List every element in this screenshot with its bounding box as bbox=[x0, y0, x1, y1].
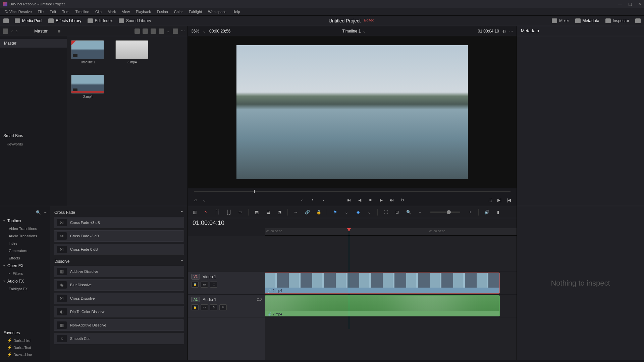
clip-timeline-1[interactable]: Timeline 1 bbox=[71, 40, 105, 64]
toolbox-category[interactable]: Toolbox bbox=[0, 217, 50, 225]
edit-index-toggle[interactable]: Edit Index bbox=[88, 18, 113, 23]
minimize-button[interactable]: — bbox=[618, 2, 622, 6]
titles-cat[interactable]: Titles bbox=[0, 240, 50, 247]
play-button[interactable]: ▶ bbox=[378, 197, 384, 203]
full-screen-button[interactable] bbox=[635, 18, 641, 23]
crossfade-group[interactable]: Cross Fade bbox=[54, 210, 75, 215]
solo-button[interactable]: S bbox=[210, 304, 217, 310]
collapse-icon[interactable]: ⌃ bbox=[180, 210, 183, 215]
effects-library-toggle[interactable]: Effects Library bbox=[48, 18, 81, 23]
collapse-icon[interactable]: ⌃ bbox=[180, 259, 183, 264]
viewer-menu-icon[interactable]: ⋯ bbox=[509, 29, 513, 34]
last-frame-button[interactable]: ⏭ bbox=[389, 197, 395, 203]
match-frame-icon[interactable]: ⬚ bbox=[487, 197, 493, 203]
menu-view[interactable]: View bbox=[119, 9, 132, 14]
inspector-toggle[interactable]: Inspector bbox=[605, 18, 629, 23]
timeline-dropdown-icon[interactable]: ⌄ bbox=[363, 29, 366, 34]
first-frame-button[interactable]: ⏮ bbox=[346, 197, 352, 203]
list-view-icon[interactable] bbox=[151, 28, 156, 34]
fx-smooth-cut[interactable]: ⎋Smooth Cut bbox=[54, 333, 184, 344]
timeline-view-options[interactable]: ▥ bbox=[191, 209, 198, 216]
sort-icon[interactable] bbox=[173, 28, 178, 34]
zoom-in-button[interactable]: + bbox=[467, 209, 474, 216]
menu-file[interactable]: File bbox=[35, 9, 47, 14]
fairlightfx-cat[interactable]: Fairlight FX bbox=[0, 285, 50, 293]
timeline-playhead[interactable] bbox=[349, 228, 349, 329]
favorite-1[interactable]: ⚡ Dark...hird bbox=[0, 337, 50, 344]
layout-preset-button[interactable] bbox=[3, 18, 9, 23]
thumb-view-icon[interactable] bbox=[143, 28, 148, 34]
audio-transitions-cat[interactable]: Audio Transitions bbox=[0, 232, 50, 240]
mixer-toggle[interactable]: Mixer bbox=[552, 18, 569, 23]
close-button[interactable]: ✕ bbox=[638, 2, 641, 6]
zoom-full-icon[interactable]: ⛶ bbox=[382, 209, 389, 216]
search-options-icon[interactable]: ⌄ bbox=[167, 28, 170, 34]
jog-dot-icon[interactable]: • bbox=[310, 197, 316, 203]
fx-additive-dissolve[interactable]: ▦Additive Dissolve bbox=[54, 266, 184, 277]
bypass-fx-icon[interactable]: ◐ bbox=[502, 29, 506, 34]
a1-lane[interactable]: 🔗2.mp4 bbox=[265, 295, 517, 317]
viewer-zoom[interactable]: 36% bbox=[191, 29, 199, 34]
generators-cat[interactable]: Generators bbox=[0, 247, 50, 254]
timeline-selector[interactable]: Timeline 1 bbox=[342, 29, 361, 34]
menu-davinci[interactable]: DaVinci Resolve bbox=[2, 9, 35, 14]
video-clip[interactable]: 🔗2.mp4 bbox=[265, 273, 500, 294]
menu-timeline[interactable]: Timeline bbox=[73, 9, 92, 14]
reverse-button[interactable]: ◀ bbox=[357, 197, 363, 203]
maximize-button[interactable]: ▢ bbox=[628, 2, 632, 6]
menu-workspace[interactable]: Workspace bbox=[205, 9, 229, 14]
favorite-2[interactable]: ⚡ Dark...Text bbox=[0, 344, 50, 351]
timeline-ruler[interactable]: 01:00:00:00 01:00:08:00 bbox=[265, 228, 517, 236]
loop-button[interactable]: ↻ bbox=[399, 197, 406, 203]
scrub-playhead[interactable] bbox=[254, 190, 255, 193]
flag-tool[interactable]: ⚑ bbox=[332, 209, 338, 216]
nav-back-icon[interactable]: ‹ bbox=[11, 29, 13, 34]
metadata-view-icon[interactable] bbox=[135, 28, 140, 34]
a1-badge[interactable]: A1 bbox=[191, 297, 200, 302]
track-lock-icon[interactable]: 🔒 bbox=[191, 282, 199, 288]
audio-meter-icon[interactable]: ▮ bbox=[495, 209, 501, 216]
zoom-custom-icon[interactable]: 🔍 bbox=[405, 209, 412, 216]
fx-search-icon[interactable]: 🔍 bbox=[36, 210, 41, 215]
menu-color[interactable]: Color bbox=[171, 9, 185, 14]
sound-library-toggle[interactable]: Sound Library bbox=[119, 18, 151, 23]
fx-blur-dissolve[interactable]: ◉Blur Dissolve bbox=[54, 279, 184, 291]
fx-dip-to-color[interactable]: ◐Dip To Color Dissolve bbox=[54, 306, 184, 317]
bin-view-icon[interactable] bbox=[3, 28, 8, 34]
dynamic-trim-tool[interactable]: ⎣⎦ bbox=[225, 209, 232, 216]
trim-tool[interactable]: ⎡⎤ bbox=[214, 209, 221, 216]
prev-edit-icon[interactable]: |◀ bbox=[506, 197, 512, 203]
snapping-toggle[interactable]: ⥊ bbox=[292, 209, 299, 216]
viewer-canvas[interactable] bbox=[236, 45, 468, 179]
viewer-scrubber[interactable] bbox=[194, 188, 511, 194]
track-disable-icon[interactable]: ◻ bbox=[210, 282, 217, 288]
menu-mark[interactable]: Mark bbox=[105, 9, 118, 14]
lock-toggle[interactable]: 🔒 bbox=[315, 209, 322, 216]
empty-track-area[interactable] bbox=[265, 236, 517, 272]
transform-overlay-icon[interactable]: ▱ bbox=[193, 197, 199, 203]
menu-help[interactable]: Help bbox=[230, 9, 243, 14]
fx-menu-icon[interactable]: ⋯ bbox=[44, 210, 48, 215]
auto-select-icon[interactable]: ▭ bbox=[201, 282, 208, 288]
bin-path[interactable]: Master bbox=[34, 28, 48, 34]
flag-dropdown-icon[interactable]: ⌄ bbox=[343, 209, 350, 216]
favorite-3[interactable]: ⚡ Draw...Line bbox=[0, 351, 50, 358]
fx-crossfade-minus3[interactable]: ⋈Cross Fade -3 dB bbox=[54, 230, 184, 242]
media-pool-toggle[interactable]: Media Pool bbox=[15, 18, 42, 23]
menu-clip[interactable]: Clip bbox=[93, 9, 104, 14]
zoom-out-button[interactable]: − bbox=[417, 209, 423, 216]
menu-trim[interactable]: Trim bbox=[59, 9, 72, 14]
menu-playback[interactable]: Playback bbox=[133, 9, 154, 14]
master-bin[interactable]: Master bbox=[0, 39, 67, 48]
audio-clip[interactable]: 🔗2.mp4 bbox=[265, 295, 500, 316]
dissolve-group[interactable]: Dissolve bbox=[54, 259, 69, 264]
auto-select-icon[interactable]: ▭ bbox=[201, 304, 208, 310]
clip-3-mp4[interactable]: 3.mp4 bbox=[115, 40, 149, 64]
overlay-dropdown-icon[interactable]: ⌄ bbox=[201, 197, 207, 203]
blade-tool[interactable]: ▭ bbox=[237, 209, 244, 216]
menu-fusion[interactable]: Fusion bbox=[154, 9, 171, 14]
zoom-detail-icon[interactable]: ⊡ bbox=[394, 209, 400, 216]
fx-crossfade-0[interactable]: ⋈Cross Fade 0 dB bbox=[54, 244, 184, 255]
nav-fwd-icon[interactable]: › bbox=[16, 29, 17, 34]
v1-lane[interactable]: 🔗2.mp4 bbox=[265, 272, 517, 295]
